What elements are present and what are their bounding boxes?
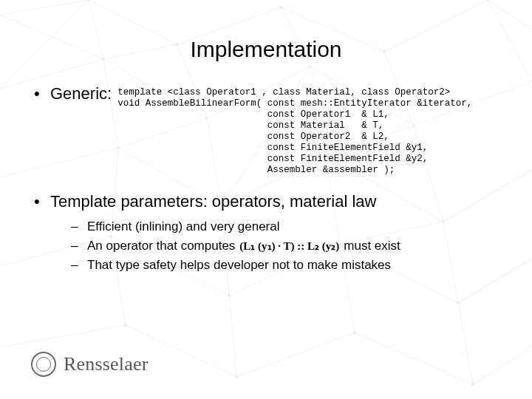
slide-title: Implementation — [30, 37, 502, 62]
sub-bullet-2: – An operator that computes (L₁ (y₁) · T… — [71, 236, 502, 256]
svg-point-20 — [471, 383, 474, 386]
sub-bullet-2-text-b: must exist — [344, 236, 400, 256]
svg-point-16 — [457, 301, 460, 304]
bullet-generic: • Generic: template <class Operator1 , c… — [30, 84, 502, 176]
bullet-marker: • — [30, 192, 50, 211]
sub-bullet-3: – That type safety helps developer not t… — [71, 256, 502, 275]
code-signature: template <class Operator1 , class Materi… — [117, 84, 502, 176]
svg-point-18 — [235, 375, 238, 378]
dash-marker: – — [71, 217, 87, 236]
sub-bullet-1-text: Efficient (inlining) and very general — [87, 217, 280, 236]
sub-bullet-3-text: That type safety helps developer not to … — [87, 256, 391, 275]
logo-wordmark: Rensselaer — [64, 353, 149, 375]
bullet-marker: • — [30, 84, 50, 103]
rensselaer-seal-icon — [31, 352, 56, 377]
footer-logo: Rensselaer — [31, 352, 149, 377]
bullet-template-params: • Template parameters: operators, materi… — [30, 192, 502, 211]
bullet-generic-label: Generic: — [50, 84, 117, 103]
dash-marker: – — [71, 256, 87, 275]
svg-point-19 — [353, 331, 356, 334]
bullet-template-label: Template parameters: operators, material… — [50, 192, 376, 211]
operator-formula: (L₁ (y₁) · T) :: L₂ (y₂) — [235, 236, 344, 256]
sub-bullet-2-text-a: An operator that computes — [87, 236, 235, 256]
svg-point-17 — [124, 324, 127, 327]
slide-content: Implementation • Generic: template <clas… — [0, 0, 532, 275]
sub-bullet-list: – Efficient (inlining) and very general … — [30, 217, 502, 275]
dash-marker: – — [71, 236, 87, 256]
svg-point-14 — [228, 294, 231, 297]
sub-bullet-1: – Efficient (inlining) and very general — [71, 217, 502, 236]
